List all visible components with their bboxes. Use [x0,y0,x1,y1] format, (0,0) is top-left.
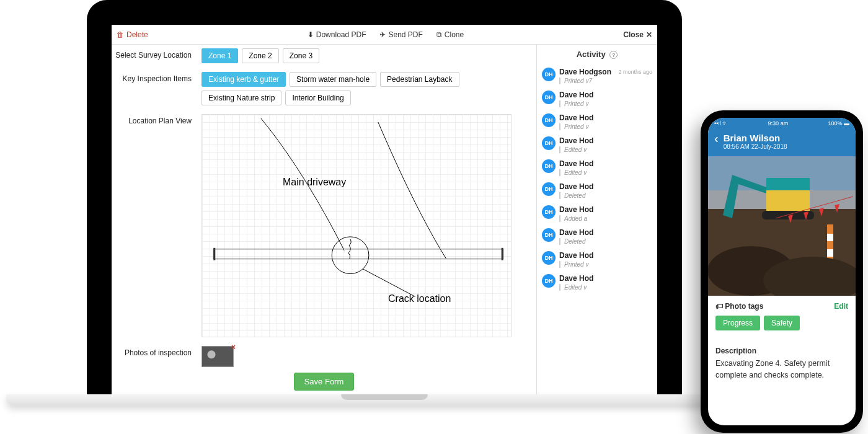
avatar: DH [542,136,556,150]
svg-rect-1 [213,248,215,260]
toolbar: 🗑 Delete ⬇ Download PDF ✈ Send PDF ⧉ Clo… [112,25,657,45]
svg-rect-16 [827,234,833,241]
survey-location-label: Select Survey Location [112,48,202,60]
survey-location-row: Select Survey Location Zone 1Zone 2Zone … [112,48,536,63]
phone-photo[interactable] [708,156,856,296]
activity-list: DHDave HodgsonPrinted v72 months agoDHDa… [537,64,657,293]
activity-user: Dave Hod [559,228,652,237]
photo-tag[interactable]: Safety [764,316,800,330]
inspection-items-label: Key Inspection Items [112,72,202,83]
close-icon: ✕ [646,30,652,39]
close-button[interactable]: Close ✕ [623,30,652,39]
edit-tags-button[interactable]: Edit [834,302,848,311]
phone-title: Brian Wilson [724,133,787,143]
svg-rect-9 [766,178,810,190]
description-text: Excavating Zone 4. Safety permit complet… [715,358,848,381]
activity-user: Dave Hod [559,136,652,145]
svg-line-4 [363,269,415,297]
activity-action: Deleted [559,192,652,199]
phone-screen: ••ıl ᯤ 9:30 am 100% ▬ ‹ Brian Wilson 08:… [708,118,856,425]
plan-annotation-crack: Crack location [388,293,451,304]
activity-user: Dave Hodgson [559,68,614,76]
inspection-item-tab[interactable]: Interior Building [285,91,350,105]
activity-action: Printed v7 [559,78,614,84]
trash-icon: 🗑 [117,30,124,39]
save-form-button[interactable]: Save Form [294,373,355,391]
laptop-screen: 🗑 Delete ⬇ Download PDF ✈ Send PDF ⧉ Clo… [87,0,682,397]
inspection-item-tab[interactable]: Storm water man-hole [290,72,376,87]
activity-item[interactable]: DHDave HodEdited v [537,133,657,156]
clone-button[interactable]: ⧉ Clone [436,30,464,39]
app-window: 🗑 Delete ⬇ Download PDF ✈ Send PDF ⧉ Clo… [112,25,657,397]
activity-item[interactable]: DHDave HodPrinted v [537,247,657,270]
activity-header: Activity ? [537,45,657,64]
plan-view-row: Location Plan View [112,114,536,337]
avatar: DH [542,159,556,173]
svg-point-3 [332,237,369,274]
avatar: DH [542,113,556,127]
photo-thumbnail[interactable]: × [202,346,234,367]
remove-photo-icon[interactable]: × [231,343,236,352]
activity-user: Dave Hod [559,159,652,168]
avatar: DH [542,68,556,81]
activity-item[interactable]: DHDave HodEdited v [537,156,657,179]
avatar: DH [542,182,556,196]
activity-title: Activity [577,50,606,59]
photos-row: Photos of inspection × [112,346,536,367]
activity-user: Dave Hod [559,91,652,99]
inspection-items-row: Key Inspection Items Existing kerb & gut… [112,72,536,105]
photo-tags-section: 🏷 Photo tags Edit ProgressSafety [708,296,856,337]
activity-item[interactable]: DHDave HodPrinted v [537,110,657,133]
activity-action: Printed v [559,123,652,130]
send-label: Send PDF [388,30,422,39]
phone-header: ‹ Brian Wilson 08:56 AM 22-July-2018 [708,129,856,156]
activity-action: Edited v [559,169,652,176]
avatar: DH [542,274,556,288]
description-section: Description Excavating Zone 4. Safety pe… [708,337,856,388]
battery-indicator: 100% ▬ [828,120,849,126]
statusbar-time: 9:30 am [768,120,789,126]
photo-tag[interactable]: Progress [715,316,760,330]
plan-canvas[interactable]: Main driveway Crack location [202,114,512,337]
avatar: DH [542,228,556,242]
activity-user: Dave Hod [559,251,652,260]
activity-item[interactable]: DHDave HodDeleted [537,224,657,247]
activity-item[interactable]: DHDave HodPrinted v [537,87,657,110]
activity-time: 2 months ago [618,68,652,84]
signal-icon: ••ıl ᯤ [714,120,728,126]
activity-item[interactable]: DHDave HodEdited v [537,270,657,293]
activity-user: Dave Hod [559,205,652,214]
zone-tab[interactable]: Zone 3 [283,48,319,63]
zone-tab[interactable]: Zone 2 [242,48,278,63]
activity-item[interactable]: DHDave HodDeleted [537,179,657,202]
laptop-notch [341,394,428,400]
help-icon[interactable]: ? [609,51,618,59]
activity-action: Printed v [559,100,652,107]
save-bar: Save Form [112,373,536,391]
plan-drawing [202,115,511,337]
inspection-item-tab[interactable]: Pedestrian Layback [380,72,459,87]
svg-rect-17 [827,249,833,257]
activity-action: Printed v [559,261,652,268]
tags-list: ProgressSafety [715,311,848,330]
photos-label: Photos of inspection [112,346,202,357]
zone-tab[interactable]: Zone 1 [202,48,238,63]
laptop-frame: 🗑 Delete ⬇ Download PDF ✈ Send PDF ⧉ Clo… [87,0,682,422]
inspection-item-tab[interactable]: Existing kerb & gutter [202,72,286,87]
activity-item[interactable]: DHDave HodAdded a [537,202,657,224]
inspection-item-tab[interactable]: Existing Nature strip [202,91,281,105]
activity-item[interactable]: DHDave HodgsonPrinted v72 months ago [537,64,657,87]
phone-subtitle: 08:56 AM 22-July-2018 [724,143,787,150]
clone-label: Clone [445,30,464,39]
phone-statusbar: ••ıl ᯤ 9:30 am 100% ▬ [708,118,856,129]
delete-button[interactable]: 🗑 Delete [117,30,148,39]
phone-frame: ••ıl ᯤ 9:30 am 100% ▬ ‹ Brian Wilson 08:… [701,110,863,433]
plan-view-label: Location Plan View [112,114,202,125]
plan-annotation-driveway: Main driveway [283,177,346,188]
send-pdf-button[interactable]: ✈ Send PDF [379,30,422,39]
download-pdf-button[interactable]: ⬇ Download PDF [308,30,366,39]
activity-action: Edited v [559,284,652,291]
form-content: Select Survey Location Zone 1Zone 2Zone … [112,45,536,397]
avatar: DH [542,91,556,104]
back-button[interactable]: ‹ [714,133,719,144]
